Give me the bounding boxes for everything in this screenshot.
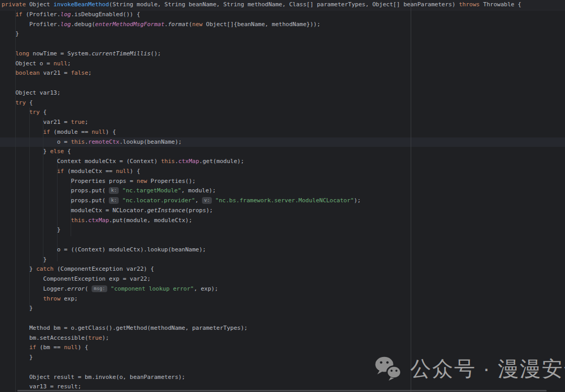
code-token <box>2 11 16 18</box>
code-token: } <box>2 226 61 233</box>
code-token: "nc.targetModule" <box>122 187 182 194</box>
code-token: (); <box>151 50 161 57</box>
code-token: .put(module, moduleCtx); <box>109 217 192 224</box>
code-token: true <box>71 119 85 125</box>
code-token: null <box>92 129 106 135</box>
code-token: try <box>16 99 26 106</box>
code-token: { <box>26 99 32 106</box>
code-line <box>0 78 565 88</box>
code-line: var21 = true; <box>0 118 565 128</box>
code-token: ) { <box>106 129 116 135</box>
code-token: ComponentException exp = var22; <box>2 275 151 282</box>
code-line: Properties props = new Properties(); <box>0 177 565 187</box>
code-token: throw <box>43 295 60 302</box>
code-token <box>2 109 29 116</box>
code-token: false <box>71 70 88 76</box>
code-line <box>0 314 565 324</box>
code-token: null <box>53 60 67 67</box>
code-token: .debug( <box>71 21 95 28</box>
code-token <box>2 70 16 76</box>
code-token: o = ((Context) moduleCtx).lookup(beanNam… <box>2 246 206 253</box>
code-line: } <box>0 29 565 39</box>
code-token: error <box>67 285 85 292</box>
code-token <box>119 197 122 204</box>
code-token: bm.setAccessible( <box>2 335 88 341</box>
code-token: Object o = <box>2 60 53 67</box>
code-editor[interactable]: private Object invokeBeanMethod(String m… <box>0 0 565 392</box>
code-line <box>0 39 565 49</box>
code-token: . <box>85 139 88 145</box>
code-line: Method bm = o.getClass().getMethod(metho… <box>0 324 565 333</box>
code-token: . <box>85 217 88 224</box>
code-token: ctxMap <box>88 217 109 224</box>
code-token: Object <box>26 1 53 8</box>
code-token: new <box>192 21 202 28</box>
code-line: try { <box>0 108 565 118</box>
code-line: o = this.remoteCtx.lookup(beanName); <box>0 137 565 147</box>
code-line: } <box>0 255 565 265</box>
code-token: getInstance <box>147 207 185 214</box>
code-line: throw exp; <box>0 294 565 304</box>
code-token: Properties props = <box>2 178 137 185</box>
code-line <box>0 235 565 245</box>
code-token: this <box>71 217 85 224</box>
code-token: (moduleCtx == <box>64 168 116 175</box>
code-token: props.put( <box>2 197 109 204</box>
code-token: .lookup(beanName); <box>119 139 182 145</box>
code-token: { <box>40 109 47 116</box>
code-token: this <box>71 139 85 145</box>
code-token: ctxMap <box>178 158 199 165</box>
code-token: if <box>43 129 50 135</box>
code-token: o = <box>2 139 71 145</box>
horizontal-scrollbar-thumb[interactable] <box>17 390 547 391</box>
code-line: if (moduleCtx == null) { <box>0 167 565 177</box>
code-token: Method bm = o.getClass().getMethod(metho… <box>2 325 247 331</box>
code-line: Object var13; <box>0 88 565 98</box>
code-token: log <box>61 21 71 28</box>
code-token: (props); <box>185 207 213 214</box>
code-token: if <box>16 11 22 18</box>
code-token: Logger. <box>2 285 67 292</box>
code-token: . <box>164 21 168 28</box>
code-line: if (Profiler.log.isDebugEnabled()) { <box>0 10 565 20</box>
code-token: ); <box>354 197 360 204</box>
code-line: private Object invokeBeanMethod(String m… <box>0 0 565 10</box>
code-token: moduleCtx = NCLocator. <box>2 207 147 214</box>
code-line: Object o = null; <box>0 59 565 69</box>
code-token: (bm == <box>36 344 64 351</box>
code-line: } else { <box>0 147 565 157</box>
code-token: var13 = result; <box>2 383 81 390</box>
code-token: "component lookup error" <box>111 285 194 292</box>
code-token <box>2 50 16 57</box>
code-token: invokeBeanMethod <box>53 1 109 8</box>
code-token: format <box>168 21 189 28</box>
code-line: } <box>0 225 565 235</box>
code-line: bm.setAccessible(true); <box>0 333 565 343</box>
code-line: props.put( k: "nc.targetModule", module)… <box>0 186 565 196</box>
code-token: Properties(); <box>147 178 196 185</box>
code-token: if <box>29 344 36 351</box>
code-token: new <box>137 178 147 185</box>
code-line: props.put( k: "nc.locator.provider", v: … <box>0 196 565 206</box>
code-token: (Profiler. <box>22 11 61 18</box>
code-token: props.put( <box>2 187 109 194</box>
code-token <box>2 344 29 351</box>
code-token: , module); <box>181 187 216 194</box>
watermark-text: 公众号 · 漫漫安全路 <box>410 354 565 383</box>
code-token: Object[]{beanName, methodName})); <box>202 21 320 28</box>
code-token: Object result = bm.invoke(o, beanParamet… <box>2 374 185 381</box>
code-token: .isDebugEnabled()) { <box>71 11 140 18</box>
ide-editor-area[interactable]: private Object invokeBeanMethod(String m… <box>0 0 565 392</box>
code-line: ComponentException exp = var22; <box>0 274 565 284</box>
code-line: this.ctxMap.put(module, moduleCtx); <box>0 216 565 226</box>
code-token: currentTimeMillis <box>92 50 151 57</box>
code-token: boolean <box>16 70 40 76</box>
code-token: throws <box>459 1 480 8</box>
code-token: Profiler. <box>2 21 61 28</box>
code-token: remoteCtx <box>88 139 120 145</box>
code-token: (module == <box>50 129 92 135</box>
code-token: Throwable { <box>480 1 521 8</box>
code-token <box>107 285 111 292</box>
code-token: null <box>116 168 130 175</box>
code-token: try <box>29 109 40 116</box>
